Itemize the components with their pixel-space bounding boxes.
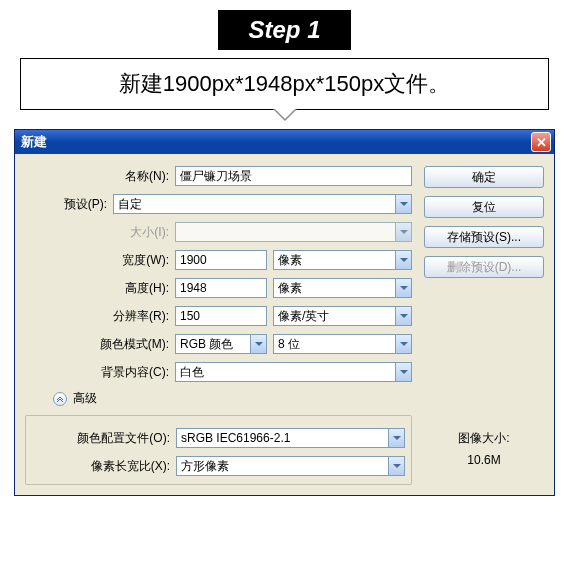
- chevron-down-icon: [395, 307, 411, 325]
- color-mode-select[interactable]: RGB 颜色: [175, 334, 267, 354]
- instruction-text: 新建1900px*1948px*150px文件。: [20, 58, 549, 110]
- background-value: 白色: [176, 364, 395, 381]
- color-profile-select[interactable]: sRGB IEC61966-2.1: [176, 428, 405, 448]
- resolution-unit-select[interactable]: 像素/英寸: [273, 306, 412, 326]
- width-unit-value: 像素: [274, 252, 395, 269]
- color-profile-label: 颜色配置文件(O):: [32, 430, 176, 447]
- new-document-dialog: 新建 ✕ 名称(N): 预设(P): 自定: [14, 129, 555, 496]
- resolution-unit-value: 像素/英寸: [274, 308, 395, 325]
- preset-label: 预设(P):: [25, 196, 113, 213]
- height-unit-select[interactable]: 像素: [273, 278, 412, 298]
- size-label: 大小(I):: [25, 224, 175, 241]
- height-unit-value: 像素: [274, 280, 395, 297]
- ok-button[interactable]: 确定: [424, 166, 544, 188]
- preset-select[interactable]: 自定: [113, 194, 412, 214]
- advanced-group: 颜色配置文件(O): sRGB IEC61966-2.1 像素长宽比(X): 方…: [25, 415, 412, 485]
- chevron-down-icon: [250, 335, 266, 353]
- pixel-aspect-value: 方形像素: [177, 458, 388, 475]
- chevron-down-icon: [395, 363, 411, 381]
- dialog-title: 新建: [21, 133, 531, 151]
- chevron-down-icon: [395, 223, 411, 241]
- width-field[interactable]: [175, 250, 267, 270]
- color-depth-select[interactable]: 8 位: [273, 334, 412, 354]
- color-mode-label: 颜色模式(M):: [25, 336, 175, 353]
- resolution-label: 分辨率(R):: [25, 308, 175, 325]
- color-profile-value: sRGB IEC61966-2.1: [177, 431, 388, 445]
- width-unit-select[interactable]: 像素: [273, 250, 412, 270]
- chevron-down-icon: [388, 429, 404, 447]
- pixel-aspect-label: 像素长宽比(X):: [32, 458, 176, 475]
- chevron-down-icon: [395, 279, 411, 297]
- titlebar: 新建 ✕: [15, 130, 554, 154]
- color-depth-value: 8 位: [274, 336, 395, 353]
- image-size-info: 图像大小: 10.6M: [424, 428, 544, 471]
- background-select[interactable]: 白色: [175, 362, 412, 382]
- color-mode-value: RGB 颜色: [176, 336, 250, 353]
- image-size-value: 10.6M: [424, 450, 544, 472]
- width-label: 宽度(W):: [25, 252, 175, 269]
- name-label: 名称(N):: [25, 168, 175, 185]
- pixel-aspect-select[interactable]: 方形像素: [176, 456, 405, 476]
- chevron-down-icon: [388, 457, 404, 475]
- save-preset-button[interactable]: 存储预设(S)...: [424, 226, 544, 248]
- chevron-down-icon: [395, 251, 411, 269]
- name-field[interactable]: [175, 166, 412, 186]
- advanced-label: 高级: [73, 390, 97, 407]
- pointer-arrow: [273, 109, 297, 121]
- size-select: [175, 222, 412, 242]
- resolution-field[interactable]: [175, 306, 267, 326]
- reset-button[interactable]: 复位: [424, 196, 544, 218]
- height-field[interactable]: [175, 278, 267, 298]
- height-label: 高度(H):: [25, 280, 175, 297]
- background-label: 背景内容(C):: [25, 364, 175, 381]
- chevron-up-icon: [56, 395, 64, 403]
- close-icon: ✕: [536, 135, 547, 150]
- step-badge: Step 1: [218, 10, 350, 50]
- image-size-label: 图像大小:: [424, 428, 544, 450]
- delete-preset-button: 删除预设(D)...: [424, 256, 544, 278]
- chevron-down-icon: [395, 335, 411, 353]
- advanced-toggle[interactable]: [53, 392, 67, 406]
- preset-value: 自定: [114, 196, 395, 213]
- close-button[interactable]: ✕: [531, 132, 551, 152]
- chevron-down-icon: [395, 195, 411, 213]
